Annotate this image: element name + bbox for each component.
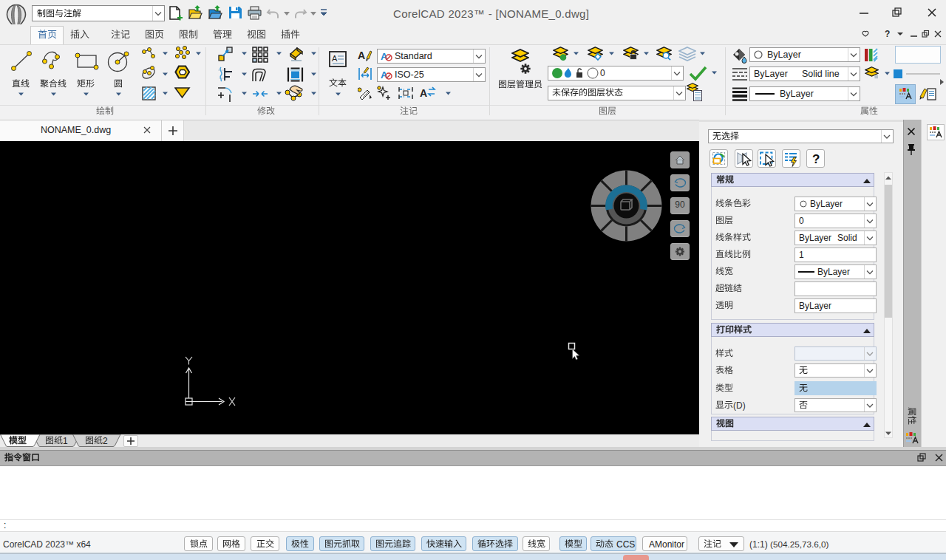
svg-text:?: ? <box>885 29 890 39</box>
svg-text:A: A <box>358 49 365 61</box>
svg-text:A: A <box>420 87 427 99</box>
svg-text:?: ? <box>812 152 820 166</box>
svg-text:A: A <box>332 54 338 63</box>
